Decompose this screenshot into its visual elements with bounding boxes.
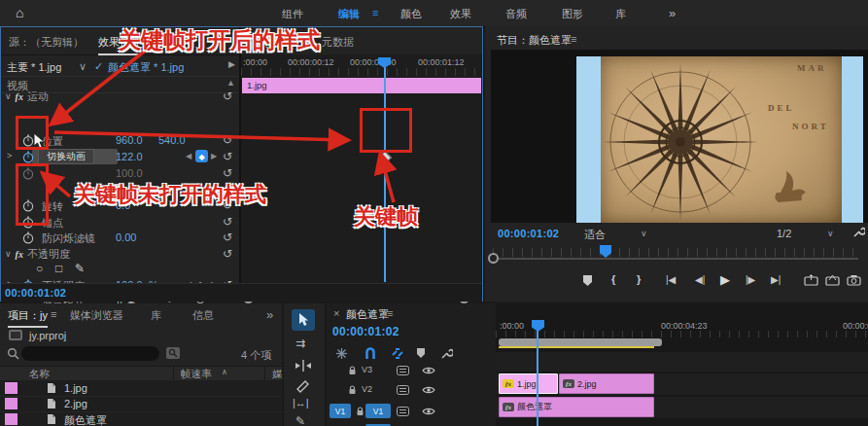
tab-source-monitor[interactable]: 源：（无剪辑） <box>9 35 84 50</box>
reset-icon[interactable]: ↺ <box>223 150 232 163</box>
asset-name[interactable]: 颜色遮罩 <box>64 413 107 426</box>
twirl-closed-icon[interactable]: > <box>7 151 12 160</box>
close-icon[interactable]: × <box>333 307 339 319</box>
lock-icon[interactable] <box>348 385 357 395</box>
reset-icon[interactable]: ↺ <box>223 231 232 244</box>
home-icon[interactable]: ⌂ <box>16 5 23 20</box>
tabs-overflow-chevron[interactable]: » <box>266 307 273 322</box>
timeline-ruler-ticks[interactable] <box>496 331 868 337</box>
pen-tool[interactable]: ✎ <box>295 414 305 426</box>
project-file-name[interactable]: jy.prproj <box>29 330 66 341</box>
step-forward-icon[interactable]: |▶ <box>746 274 755 285</box>
tab-info[interactable]: 信息 <box>192 308 214 323</box>
track-lane-v3[interactable] <box>496 352 868 372</box>
program-scrub-handle[interactable] <box>488 253 499 264</box>
selection-tool[interactable] <box>292 309 315 331</box>
column-framerate[interactable]: 帧速率 <box>181 368 212 381</box>
track-select-tool[interactable]: ⇉ <box>295 337 305 350</box>
program-scrubber-ticks[interactable] <box>493 248 860 257</box>
chevron-down-icon[interactable]: ∨ <box>79 60 87 73</box>
master-clip-label[interactable]: 主要 * 1.jpg <box>7 60 61 75</box>
linked-selection-icon[interactable] <box>391 347 404 360</box>
asset-row[interactable]: 1.jpg <box>0 380 282 397</box>
goto-in-icon[interactable]: |◀ <box>666 274 676 285</box>
workspace-tab-editing[interactable]: 编辑 <box>338 7 360 21</box>
timeline-settings-wrench-icon[interactable] <box>440 347 453 360</box>
clip-2jpg[interactable]: fx 2.jpg <box>559 373 654 394</box>
next-keyframe-icon[interactable]: ▶ <box>211 152 217 160</box>
sort-asc-icon[interactable]: ∧ <box>222 368 227 376</box>
twirl-open-icon[interactable]: ∨ <box>5 249 12 259</box>
add-marker-icon[interactable] <box>416 347 426 359</box>
timeline-timecode[interactable]: 00:00:01:02 <box>332 325 399 338</box>
workspace-tab-graphics[interactable]: 图形 <box>562 7 583 21</box>
add-keyframe-button[interactable]: ◆ <box>195 150 208 162</box>
export-frame-camera-icon[interactable] <box>847 274 861 286</box>
track-label[interactable]: V2 <box>362 384 372 394</box>
step-back-icon[interactable]: ◀| <box>695 274 705 285</box>
slip-tool[interactable]: |↔| <box>293 397 309 408</box>
sequence-tab[interactable]: 颜色遮罩 <box>346 307 389 322</box>
reset-icon[interactable]: ↺ <box>223 133 232 147</box>
workspace-tab-assembly[interactable]: 组件 <box>282 7 303 21</box>
source-patch-v1[interactable]: V1 <box>330 404 351 418</box>
chevron-down-icon[interactable]: ∨ <box>827 229 834 238</box>
twirl-open-icon[interactable]: ∨ <box>5 91 12 101</box>
reset-icon[interactable]: ↺ <box>223 215 232 229</box>
settings-wrench-icon[interactable] <box>852 226 865 238</box>
column-name[interactable]: 名称 <box>29 368 50 381</box>
reset-icon[interactable]: ↺ <box>223 166 232 180</box>
mark-out-icon[interactable]: } <box>637 273 641 285</box>
panel-menu-icon[interactable]: ≡ <box>571 33 576 45</box>
asset-name[interactable]: 2.jpg <box>64 398 87 409</box>
workspace-tab-effects[interactable]: 效果 <box>450 7 471 21</box>
prev-keyframe-icon[interactable]: ◀ <box>186 152 191 160</box>
pen-mask-icon[interactable]: ✎ <box>75 262 85 275</box>
nest-toggle-icon[interactable] <box>335 347 348 360</box>
work-area-bar[interactable] <box>499 338 662 346</box>
ellipse-mask-icon[interactable]: ○ <box>36 262 43 275</box>
fx-playhead-line[interactable] <box>384 60 386 282</box>
program-timecode[interactable]: 00:00:01:02 <box>498 228 559 239</box>
lock-icon[interactable] <box>348 366 357 375</box>
stopwatch-active-icon[interactable] <box>22 151 34 163</box>
fx-timecode[interactable]: 00:00:01:02 <box>5 287 66 299</box>
asset-name[interactable]: 1.jpg <box>64 382 87 394</box>
track-output-patch-icon[interactable] <box>397 407 409 416</box>
column-divider[interactable] <box>173 367 174 381</box>
ripple-edit-tool[interactable] <box>294 360 313 372</box>
fx-clip-bar[interactable]: 1.jpg <box>242 78 481 93</box>
play-button-icon[interactable]: ▶ <box>720 272 730 287</box>
fx-ruler-ticks[interactable] <box>241 68 482 76</box>
position-y-value[interactable]: 540.0 <box>158 134 186 146</box>
track-target-v1[interactable]: V1 <box>365 404 391 418</box>
track-output-patch-icon[interactable] <box>397 385 409 395</box>
label-color-swatch[interactable] <box>5 382 17 394</box>
panel-expand-icon[interactable]: ▶ <box>228 59 235 69</box>
stopwatch-icon[interactable] <box>22 231 34 244</box>
track-label[interactable]: V3 <box>362 365 372 374</box>
panel-menu-icon[interactable]: ≡ <box>387 307 393 319</box>
panel-menu-icon[interactable]: ≡ <box>51 308 56 320</box>
razor-tool[interactable] <box>295 379 310 393</box>
lift-icon[interactable] <box>804 274 818 286</box>
chevron-down-icon[interactable]: ∨ <box>641 229 647 238</box>
eye-icon[interactable] <box>422 407 435 416</box>
keyframe-diamond[interactable] <box>378 151 392 164</box>
workspace-tab-libraries[interactable]: 库 <box>615 7 626 21</box>
mark-in-icon[interactable]: { <box>611 273 615 285</box>
scroll-up-icon[interactable]: ▲ <box>226 78 235 88</box>
fit-dropdown[interactable]: 适合 <box>584 228 606 242</box>
eye-icon[interactable] <box>422 366 435 375</box>
antiflicker-value[interactable]: 0.00 <box>116 231 136 243</box>
workspace-tab-audio[interactable]: 音频 <box>505 7 527 21</box>
snap-magnet-icon[interactable] <box>365 347 376 360</box>
eye-icon[interactable] <box>422 385 435 395</box>
asset-row[interactable]: 颜色遮罩 <box>0 411 282 426</box>
goto-out-icon[interactable]: ▶| <box>771 274 781 285</box>
antiflicker-label[interactable]: 防闪烁滤镜 <box>42 231 95 246</box>
program-viewport[interactable]: MAR DEL NORT <box>491 50 868 223</box>
reset-icon[interactable]: ↺ <box>223 247 232 261</box>
track-output-patch-icon[interactable] <box>397 366 409 375</box>
opacity-group-label[interactable]: 不透明度 <box>27 247 70 262</box>
